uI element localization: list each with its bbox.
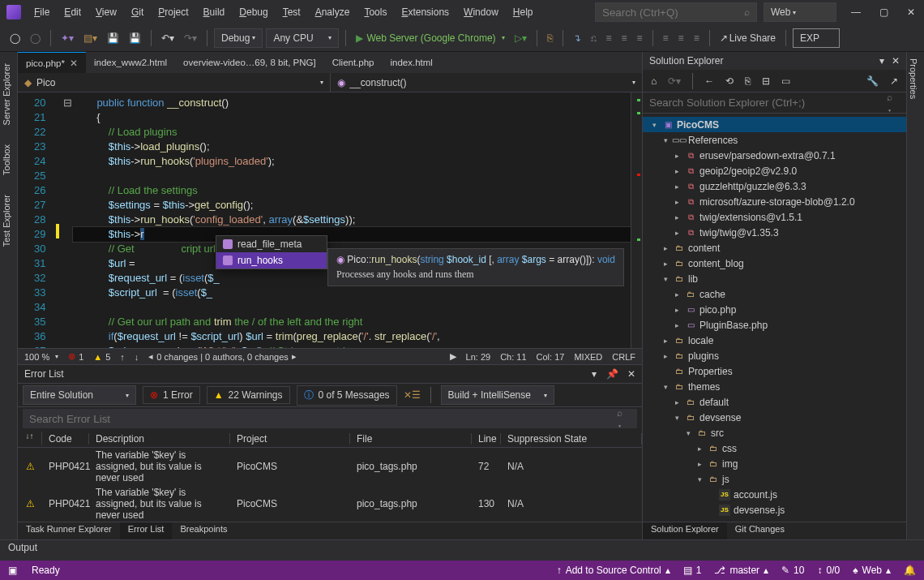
editor-tab[interactable]: index.html bbox=[383, 52, 441, 73]
tree-item[interactable]: ▸🗀locale bbox=[643, 333, 906, 348]
expander-icon[interactable]: ▸ bbox=[672, 213, 682, 221]
code-content[interactable]: public function __construct() { // Load … bbox=[73, 92, 631, 348]
warnings-filter[interactable]: ▲22 Warnings bbox=[207, 386, 290, 404]
tree-item[interactable]: ▾🗀lib bbox=[643, 271, 906, 286]
th-line[interactable]: Line bbox=[472, 433, 501, 445]
exp-button[interactable]: EXP bbox=[793, 28, 840, 48]
global-search[interactable]: ⌕ bbox=[595, 2, 757, 22]
expander-icon[interactable]: ▾ bbox=[672, 414, 682, 422]
tree-item[interactable]: ▸⧉microsoft/azure-storage-blob@1.2.0 bbox=[643, 194, 906, 209]
close-button[interactable]: ✕ bbox=[905, 6, 918, 18]
editor-tab[interactable]: Client.php bbox=[324, 52, 383, 73]
expander-icon[interactable]: ▸ bbox=[661, 352, 670, 360]
sol-fwd[interactable]: ⟲ bbox=[722, 72, 737, 90]
properties-tab[interactable]: Properties bbox=[907, 52, 920, 105]
sol-back[interactable]: ← bbox=[701, 72, 717, 90]
expander-icon[interactable]: ▸ bbox=[661, 337, 670, 345]
tree-item[interactable]: ▸⧉erusev/parsedown-extra@0.7.1 bbox=[643, 148, 906, 163]
left-tab-toolbox[interactable]: Toolbox bbox=[0, 138, 17, 182]
th-file[interactable]: File bbox=[350, 433, 472, 445]
editor-tab[interactable]: pico.php*✕ bbox=[18, 52, 86, 73]
play-small[interactable]: ▶ bbox=[450, 351, 456, 362]
expander-icon[interactable]: ▾ bbox=[683, 429, 693, 437]
notifications-icon[interactable]: 🔔 bbox=[904, 565, 916, 576]
tree-item[interactable]: ▸⧉guzzlehttp/guzzle@6.3.3 bbox=[643, 178, 906, 194]
output-panel-header[interactable]: Output bbox=[0, 539, 924, 561]
changes-info[interactable]: ◂ 0 changes | 0 authors, 0 changes ▸ bbox=[148, 351, 296, 362]
solution-bottom-tab[interactable]: Solution Explorer bbox=[643, 522, 727, 539]
sol-show-all[interactable]: ▭ bbox=[778, 72, 794, 90]
expander-icon[interactable]: ▾ bbox=[695, 475, 704, 483]
maximize-button[interactable]: ▢ bbox=[877, 6, 890, 18]
clear-filter-icon[interactable]: ✕☰ bbox=[404, 389, 421, 401]
solution-tree[interactable]: ▾▣PicoCMS▾▭▭References▸⧉erusev/parsedown… bbox=[643, 114, 906, 522]
menu-debug[interactable]: Debug bbox=[233, 3, 274, 21]
tb-misc-1[interactable]: ⎌ bbox=[588, 29, 600, 47]
code-editor[interactable]: 202122232425262728293031323334353637 ⊟ p… bbox=[18, 92, 642, 348]
branch-indicator[interactable]: ⎇ master ▴ bbox=[714, 565, 768, 576]
expander-icon[interactable]: ▸ bbox=[672, 229, 682, 237]
error-row[interactable]: ⚠PHP0421The variable '$key' is assigned,… bbox=[18, 448, 642, 485]
pin-icon[interactable]: 📌 bbox=[606, 368, 618, 380]
errors-filter[interactable]: ⊗1 Error bbox=[143, 386, 200, 404]
undo-button[interactable]: ↶▾ bbox=[158, 29, 178, 47]
mode-indicator[interactable]: MIXED bbox=[574, 352, 602, 362]
home-button[interactable]: ⌂ bbox=[648, 72, 660, 90]
menu-build[interactable]: Build bbox=[197, 3, 232, 21]
tb-misc-7[interactable]: ≡ bbox=[691, 29, 703, 47]
tb-phptools[interactable]: ⎘ bbox=[544, 29, 556, 47]
tree-item[interactable]: ▾🗀themes bbox=[643, 379, 906, 394]
sync-button[interactable]: ⟳▾ bbox=[665, 72, 684, 90]
menu-file[interactable]: File bbox=[28, 3, 56, 21]
menu-help[interactable]: Help bbox=[507, 3, 540, 21]
error-count[interactable]: ⊗ 1 bbox=[68, 351, 83, 362]
save-button[interactable]: 💾 bbox=[104, 29, 122, 47]
expander-icon[interactable]: ▸ bbox=[695, 445, 704, 453]
tree-item[interactable]: 🗀Properties bbox=[643, 363, 906, 379]
expander-icon[interactable]: ▸ bbox=[661, 260, 670, 268]
minimize-button[interactable]: — bbox=[849, 6, 862, 18]
tree-item[interactable]: JSaccount.js bbox=[643, 487, 906, 502]
panel-dropdown-icon[interactable]: ▾ bbox=[592, 368, 597, 380]
bottom-tab[interactable]: Task Runner Explorer bbox=[18, 522, 120, 539]
tb-step[interactable]: ↴ bbox=[570, 29, 584, 47]
new-project-button[interactable]: ✦▾ bbox=[58, 29, 77, 47]
editor-tab[interactable]: index_www2.html bbox=[86, 52, 175, 73]
sol-preview[interactable]: ↗ bbox=[887, 72, 901, 90]
solution-search-input[interactable] bbox=[649, 97, 887, 109]
menu-edit[interactable]: Edit bbox=[58, 3, 88, 21]
expander-icon[interactable]: ▸ bbox=[672, 167, 682, 175]
panel-close-icon[interactable]: ✕ bbox=[892, 55, 900, 67]
nav-member-selector[interactable]: ◉ __construct() ▾ bbox=[331, 73, 643, 92]
build-intellisense-selector[interactable]: Build + IntelliSense▾ bbox=[441, 385, 554, 405]
tree-item[interactable]: ▾🗀js bbox=[643, 471, 906, 487]
bottom-tab[interactable]: Breakpoints bbox=[172, 522, 235, 539]
pending-changes[interactable]: ✎ 10 bbox=[781, 565, 804, 576]
error-search-input[interactable] bbox=[29, 413, 617, 425]
save-all-button[interactable]: 💾 bbox=[126, 29, 144, 47]
error-list-search[interactable]: ⌕ ▾ bbox=[23, 409, 637, 428]
menu-project[interactable]: Project bbox=[152, 3, 195, 21]
expander-icon[interactable]: ▾ bbox=[661, 136, 670, 144]
scroll-map[interactable] bbox=[631, 92, 642, 348]
tree-item[interactable]: ▸🗀content_blog bbox=[643, 256, 906, 271]
th-description[interactable]: Description bbox=[89, 433, 230, 445]
start-no-debug-button[interactable]: ▷▾ bbox=[511, 29, 530, 47]
menu-analyze[interactable]: Analyze bbox=[309, 3, 357, 21]
global-search-input[interactable] bbox=[602, 6, 738, 19]
th-suppression[interactable]: Suppression State bbox=[501, 433, 642, 445]
expander-icon[interactable]: ▸ bbox=[661, 244, 670, 252]
tree-item[interactable]: ▸🗀plugins bbox=[643, 348, 906, 363]
menu-test[interactable]: Test bbox=[276, 3, 307, 21]
intellisense-item[interactable]: read_file_meta bbox=[216, 236, 327, 252]
tree-item[interactable]: ▸🗀cache bbox=[643, 286, 906, 302]
expander-icon[interactable]: ▸ bbox=[672, 290, 682, 299]
tab-close-icon[interactable]: ✕ bbox=[70, 58, 78, 69]
tb-misc-5[interactable]: ≡ bbox=[660, 29, 672, 47]
expander-icon[interactable]: ▸ bbox=[672, 306, 682, 314]
tree-item[interactable]: ▸🗀default bbox=[643, 394, 906, 410]
redo-button[interactable]: ↷▾ bbox=[181, 29, 200, 47]
tree-item[interactable]: ▸▭pico.php bbox=[643, 302, 906, 317]
live-share-button[interactable]: ↗ Live Share bbox=[717, 29, 779, 47]
fold-column[interactable]: ⊟ bbox=[62, 92, 73, 348]
